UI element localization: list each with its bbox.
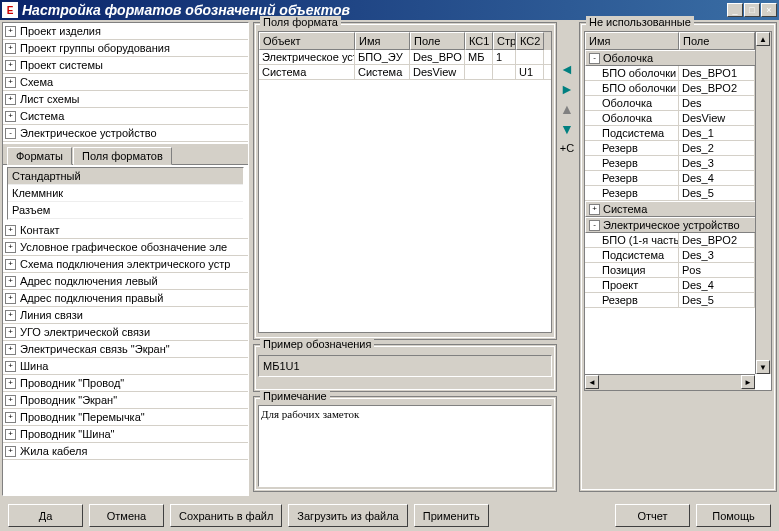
expand-icon[interactable]: + [5,242,16,253]
help-button[interactable]: Помощь [696,504,771,527]
move-up-icon[interactable]: ▲ [560,102,574,116]
expand-icon[interactable]: + [5,446,16,457]
format-item[interactable]: Стандартный [8,168,243,185]
expand-icon[interactable]: + [5,344,16,355]
move-left-icon[interactable]: ◄ [560,62,574,76]
expand-icon[interactable]: + [5,276,16,287]
scroll-up-icon[interactable]: ▲ [756,32,770,46]
expand-icon[interactable]: + [5,77,16,88]
table-row[interactable]: ПодсистемаDes_1 [585,126,771,141]
expand-icon[interactable]: + [5,395,16,406]
table-row[interactable]: ОболочкаDes [585,96,771,111]
table-row[interactable]: ОболочкаDesView [585,111,771,126]
tree-item[interactable]: +Проводник "Провод" [3,375,248,392]
save-to-file-button[interactable]: Сохранить в файл [170,504,282,527]
table-row[interactable]: ПозицияPos [585,263,771,278]
add-c-button[interactable]: +С [560,142,574,154]
table-row[interactable]: ПодсистемаDes_3 [585,248,771,263]
column-header[interactable]: КС2 [516,32,544,50]
column-header[interactable]: Стр [493,32,516,50]
tree-item[interactable]: +Электрическая связь "Экран" [3,341,248,358]
format-item[interactable]: Клеммник [8,185,243,202]
column-header[interactable]: Поле [410,32,465,50]
tree-item[interactable]: +Жила кабеля [3,443,248,460]
tree-item[interactable]: +Проект изделия [3,23,248,40]
expand-icon[interactable]: + [589,204,600,215]
note-textarea[interactable] [258,405,552,487]
tab-fields[interactable]: Поля форматов [73,147,172,165]
scroll-right-icon[interactable]: ► [741,375,755,389]
table-row[interactable]: СистемаСистемаDesViewU1 [259,65,551,80]
tree-item[interactable]: +Линия связи [3,307,248,324]
expand-icon[interactable]: + [5,60,16,71]
tree-item[interactable]: +Проводник "Перемычка" [3,409,248,426]
format-fields-grid[interactable]: ОбъектИмяПолеКС1СтрКС2 Электрическое уст… [258,31,552,333]
vertical-scrollbar[interactable]: ▲ ▼ [755,32,771,374]
tab-formats[interactable]: Форматы [7,147,72,165]
column-header[interactable]: Поле [679,32,755,50]
tree-item[interactable]: +УГО электрической связи [3,324,248,341]
scroll-down-icon[interactable]: ▼ [756,360,770,374]
format-list[interactable]: СтандартныйКлеммникРазъем [7,167,244,220]
table-row[interactable]: БПО оболочкиDes_BPO2 [585,81,771,96]
tree-item[interactable]: -Электрическое устройство [3,125,248,142]
horizontal-scrollbar[interactable]: ◄ ► [585,374,755,390]
group-header[interactable]: +Система [585,201,771,217]
tree-item[interactable]: +Проводник "Экран" [3,392,248,409]
tree-item[interactable]: +Схема [3,74,248,91]
expand-icon[interactable]: + [5,361,16,372]
tree-item[interactable]: +Шина [3,358,248,375]
table-row[interactable]: БПО оболочкиDes_BPO1 [585,66,771,81]
close-button[interactable]: × [761,3,777,17]
expand-icon[interactable]: - [5,128,16,139]
expand-icon[interactable]: + [5,26,16,37]
table-row[interactable]: Электрическое устБПО_ЭУDes_BPOМБ1 [259,50,551,65]
expand-icon[interactable]: + [5,327,16,338]
group-header[interactable]: -Электрическое устройство [585,217,771,233]
expand-icon[interactable]: + [5,378,16,389]
column-header[interactable]: Имя [585,32,679,50]
expand-icon[interactable]: + [5,429,16,440]
apply-button[interactable]: Применить [414,504,489,527]
tree-item[interactable]: +Проект группы оборудования [3,40,248,57]
tree-item[interactable]: +Лист схемы [3,91,248,108]
tree-item[interactable]: +Проводник "Шина" [3,426,248,443]
scroll-left-icon[interactable]: ◄ [585,375,599,389]
table-row[interactable]: БПО (1-я часть)Des_BPO2 [585,233,771,248]
column-header[interactable]: Имя [355,32,410,50]
table-row[interactable]: РезервDes_3 [585,156,771,171]
tree-item[interactable]: +Система [3,108,248,125]
format-item[interactable]: Разъем [8,202,243,219]
unused-grid[interactable]: ИмяПоле -ОболочкаБПО оболочкиDes_BPO1БПО… [584,31,772,391]
minimize-button[interactable]: _ [727,3,743,17]
cancel-button[interactable]: Отмена [89,504,164,527]
tree-item[interactable]: +Контакт [3,222,248,239]
tree-item[interactable]: +Схема подключения электрического устр [3,256,248,273]
table-row[interactable]: РезервDes_4 [585,171,771,186]
tree-item[interactable]: +Условное графическое обозначение эле [3,239,248,256]
move-down-icon[interactable]: ▼ [560,122,574,136]
table-row[interactable]: РезервDes_2 [585,141,771,156]
expand-icon[interactable]: + [5,412,16,423]
ok-button[interactable]: Да [8,504,83,527]
object-tree[interactable]: +Проект изделия+Проект группы оборудован… [2,22,249,496]
report-button[interactable]: Отчет [615,504,690,527]
column-header[interactable]: КС1 [465,32,493,50]
move-right-icon[interactable]: ► [560,82,574,96]
expand-icon[interactable]: + [5,225,16,236]
column-header[interactable]: Объект [259,32,355,50]
table-row[interactable]: ПроектDes_4 [585,278,771,293]
tree-item[interactable]: +Проект системы [3,57,248,74]
expand-icon[interactable]: - [589,53,600,64]
maximize-button[interactable]: □ [744,3,760,17]
expand-icon[interactable]: + [5,94,16,105]
group-header[interactable]: -Оболочка [585,50,771,66]
expand-icon[interactable]: + [5,259,16,270]
expand-icon[interactable]: + [5,43,16,54]
load-from-file-button[interactable]: Загрузить из файла [288,504,407,527]
expand-icon[interactable]: + [5,293,16,304]
expand-icon[interactable]: - [589,220,600,231]
table-row[interactable]: РезервDes_5 [585,293,771,308]
table-row[interactable]: РезервDes_5 [585,186,771,201]
expand-icon[interactable]: + [5,111,16,122]
